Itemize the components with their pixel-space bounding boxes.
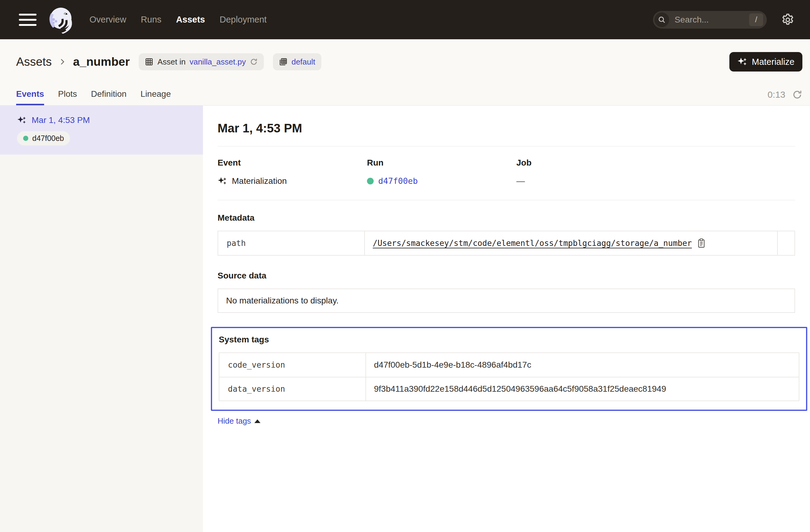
event-timestamp-link[interactable]: Mar 1, 4:53 PM xyxy=(32,115,90,125)
system-tag-value: 9f3b411a390fd22e158d446d5d12504963596aa6… xyxy=(366,377,799,401)
job-empty-value: — xyxy=(516,176,525,186)
event-column-label: Event xyxy=(217,158,367,168)
breadcrumb-assets-link[interactable]: Assets xyxy=(16,55,52,68)
chevron-right-icon xyxy=(59,58,66,66)
event-item-header: Mar 1, 4:53 PM xyxy=(17,115,203,125)
materialize-button[interactable]: Materialize xyxy=(729,52,803,71)
run-id-badge[interactable]: d47f00eb xyxy=(17,131,70,145)
asset-in-label: Asset in xyxy=(157,57,185,67)
event-list-item[interactable]: Mar 1, 4:53 PM d47f00eb xyxy=(0,106,203,155)
tab-events[interactable]: Events xyxy=(16,89,44,105)
system-tags-table: code_version d47f00eb-5d1b-4e9e-b18c-489… xyxy=(219,352,799,401)
job-column-label: Job xyxy=(516,158,666,168)
system-tag-key: code_version xyxy=(220,353,366,377)
table-row: path /Users/smackesey/stm/code/elementl/… xyxy=(218,231,794,255)
tab-plots[interactable]: Plots xyxy=(58,89,77,105)
run-column: Run d47f00eb xyxy=(367,158,516,186)
metadata-heading: Metadata xyxy=(217,213,795,223)
search-box[interactable]: / xyxy=(653,11,767,29)
nav-item-overview[interactable]: Overview xyxy=(90,15,126,25)
hide-tags-label: Hide tags xyxy=(217,416,251,426)
repo-link[interactable]: default xyxy=(292,57,315,67)
dagster-logo-icon[interactable] xyxy=(47,6,76,35)
source-data-empty-message: No materializations to display. xyxy=(217,289,795,313)
repository-badge: default xyxy=(273,53,321,70)
source-data-heading: Source data xyxy=(217,271,795,280)
search-icon xyxy=(654,13,669,27)
refresh-countdown: 0:13 xyxy=(768,90,785,100)
breadcrumb: Assets a_number Asset in vanilla_asset.p… xyxy=(16,52,803,71)
metadata-table: path /Users/smackesey/stm/code/elementl/… xyxy=(217,231,795,256)
run-column-label: Run xyxy=(367,158,516,168)
reload-definition-icon[interactable] xyxy=(250,58,258,66)
refresh-group: 0:13 xyxy=(768,90,803,105)
nav-links: Overview Runs Assets Deployment xyxy=(90,15,266,25)
event-list-sidebar: Mar 1, 4:53 PM d47f00eb xyxy=(0,106,203,532)
asset-tabs: Events Plots Definition Lineage 0:13 xyxy=(16,89,803,105)
event-detail-panel: Mar 1, 4:53 PM Event Materialization Run… xyxy=(203,106,810,532)
materialization-sparkle-icon xyxy=(217,176,227,186)
nav-item-runs[interactable]: Runs xyxy=(141,15,162,25)
page-header: Assets a_number Asset in vanilla_asset.p… xyxy=(0,39,810,106)
caret-up-icon xyxy=(254,419,260,423)
table-row: code_version d47f00eb-5d1b-4e9e-b18c-489… xyxy=(220,353,799,377)
repo-icon xyxy=(279,58,288,66)
search-shortcut-key: / xyxy=(749,13,763,26)
asset-file-link[interactable]: vanilla_asset.py xyxy=(190,57,246,67)
tab-definition[interactable]: Definition xyxy=(91,89,127,105)
table-grid-icon xyxy=(145,58,153,66)
search-input[interactable] xyxy=(674,15,749,25)
copy-icon[interactable] xyxy=(697,238,706,248)
run-status-dot xyxy=(23,136,28,141)
table-row: data_version 9f3b411a390fd22e158d446d5d1… xyxy=(220,377,799,401)
top-nav: Overview Runs Assets Deployment / xyxy=(0,0,810,39)
materialization-sparkle-icon xyxy=(17,115,27,125)
menu-icon[interactable] xyxy=(19,14,36,26)
content-area: Mar 1, 4:53 PM d47f00eb Mar 1, 4:53 PM E… xyxy=(0,106,810,532)
nav-right: / xyxy=(653,11,795,29)
event-column: Event Materialization xyxy=(217,158,367,186)
run-status-dot xyxy=(367,178,374,184)
divider xyxy=(217,200,795,200)
system-tag-key: data_version xyxy=(220,377,366,401)
run-badge-label: d47f00eb xyxy=(32,134,64,143)
sparkle-icon xyxy=(737,57,748,67)
job-column: Job — xyxy=(516,158,666,186)
app-root: Overview Runs Assets Deployment / Assets… xyxy=(0,0,810,532)
materialize-button-label: Materialize xyxy=(752,57,794,67)
asset-name-title: a_number xyxy=(73,55,130,68)
asset-definition-badge: Asset in vanilla_asset.py xyxy=(139,53,264,70)
metadata-actions-cell xyxy=(777,231,794,255)
refresh-icon[interactable] xyxy=(792,90,803,100)
system-tag-value: d47f00eb-5d1b-4e9e-b18c-4896af4bd17c xyxy=(366,353,799,377)
event-type-value: Materialization xyxy=(232,176,287,186)
nav-item-deployment[interactable]: Deployment xyxy=(220,15,267,25)
hide-tags-link[interactable]: Hide tags xyxy=(217,416,260,426)
settings-gear-icon[interactable] xyxy=(781,13,795,27)
event-summary-row: Event Materialization Run d47f00eb Job xyxy=(217,146,795,200)
event-detail-title: Mar 1, 4:53 PM xyxy=(217,122,795,135)
nav-item-assets[interactable]: Assets xyxy=(176,15,205,25)
system-tags-heading: System tags xyxy=(219,335,799,344)
system-tags-section: System tags code_version d47f00eb-5d1b-4… xyxy=(211,327,807,411)
run-id-link[interactable]: d47f00eb xyxy=(378,176,418,186)
metadata-path-link[interactable]: /Users/smackesey/stm/code/elementl/oss/t… xyxy=(373,239,692,248)
metadata-key: path xyxy=(218,231,364,255)
tab-lineage[interactable]: Lineage xyxy=(141,89,171,105)
